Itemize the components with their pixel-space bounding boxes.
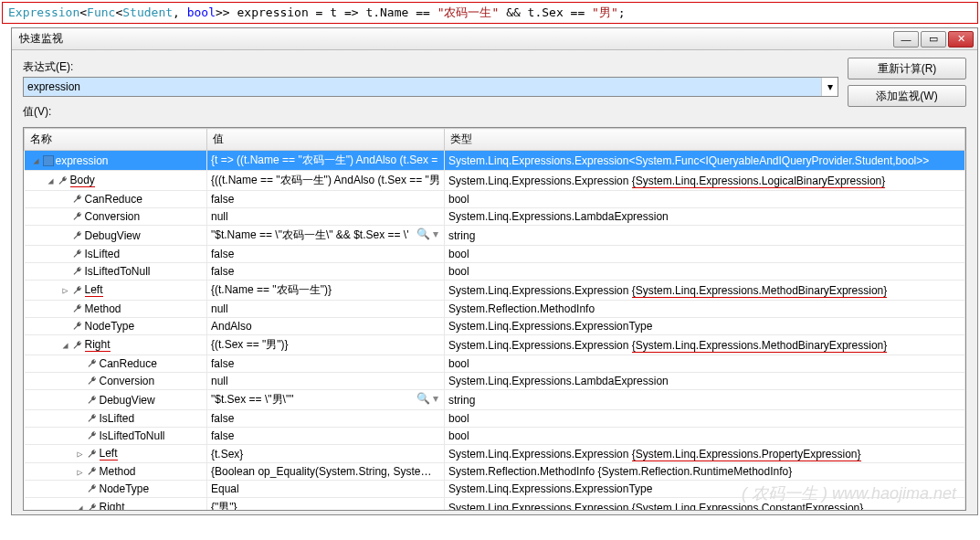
dropdown-icon[interactable]: ▾ [821,78,838,96]
close-button[interactable]: ✕ [948,31,974,48]
table-row[interactable]: NodeTypeEqualSystem.Linq.Expressions.Exp… [25,481,965,498]
col-name[interactable]: 名称 [25,129,207,151]
prop-name: DebugView [85,229,141,242]
prop-value: false [207,410,445,428]
table-row[interactable]: MethodnullSystem.Reflection.MethodInfo [25,301,965,318]
object-icon [43,155,54,166]
table-row[interactable]: ▷Left{(t.Name == "农码一生")}System.Linq.Exp… [25,281,965,301]
table-row[interactable]: CanReducefalsebool [25,191,965,208]
prop-name: Conversion [85,210,141,223]
prop-name: DebugView [100,394,155,407]
prop-name: Body [70,174,95,187]
table-row[interactable]: ◢Right{(t.Sex == "男")}System.Linq.Expres… [25,335,965,355]
prop-type: System.Linq.Expressions.ExpressionType [445,318,965,335]
prop-value: {t.Sex} [207,445,445,463]
table-row[interactable]: DebugView🔍 ▾"$t.Sex == \"男\""string [25,390,965,410]
prop-value: false [207,355,445,373]
prop-value: null [207,301,445,318]
visualizer-icon[interactable]: 🔍 ▾ [416,392,440,405]
prop-type: System.Linq.Expressions.Expression {Syst… [445,445,965,463]
expression-label: 表达式(E): [23,59,838,75]
prop-value: false [207,191,445,208]
expand-icon[interactable]: ▷ [76,467,85,477]
minimize-button[interactable]: — [893,31,919,48]
prop-type: System.Linq.Expressions.Expression {Syst… [445,335,965,355]
prop-type: string [445,226,965,246]
prop-value: {Boolean op_Equality(System.String, Syst… [207,463,445,481]
prop-type: System.Linq.Expressions.ExpressionType [445,481,965,498]
prop-type: bool [445,410,965,428]
expression-combo[interactable]: ▾ [23,77,838,97]
expand-icon[interactable]: ◢ [76,503,85,511]
prop-name: IsLiftedToNull [85,265,151,278]
prop-type: System.Linq.Expressions.Expression {Syst… [445,498,965,512]
prop-type: System.Reflection.MethodInfo {System.Ref… [445,463,965,481]
prop-value: {"男"} [207,498,445,512]
recalculate-button[interactable]: 重新计算(R) [848,58,966,79]
prop-value: 🔍 ▾"$t.Sex == \"男\"" [207,390,445,410]
expand-icon[interactable]: ▷ [61,285,70,295]
prop-value: {(t.Sex == "男")} [207,335,445,355]
prop-name: IsLifted [85,248,121,260]
maximize-button[interactable]: ▭ [921,31,946,48]
prop-type: bool [445,428,965,445]
table-row[interactable]: ◢expression{t => ((t.Name == "农码一生") And… [25,151,965,171]
table-row[interactable]: ▷Method{Boolean op_Equality(System.Strin… [25,463,965,481]
table-row[interactable]: ConversionnullSystem.Linq.Expressions.La… [25,208,965,226]
prop-name: Method [100,465,136,478]
prop-type: bool [445,191,965,208]
titlebar[interactable]: 快速监视 — ▭ ✕ [12,28,977,50]
expand-icon[interactable]: ▷ [76,449,85,459]
prop-value: false [207,428,445,445]
expand-icon[interactable]: ◢ [32,155,41,165]
expand-icon[interactable]: ◢ [47,175,56,185]
expression-input[interactable] [24,78,821,96]
prop-name: expression [56,154,109,167]
table-row[interactable]: IsLiftedfalsebool [25,410,965,428]
table-row[interactable]: ConversionnullSystem.Linq.Expressions.La… [25,373,965,390]
prop-type: System.Linq.Expressions.LambdaExpression [445,373,965,390]
prop-name: IsLifted [100,412,135,425]
prop-value: 🔍 ▾"$t.Name == \"农码一生\" && $t.Sex == \' [207,226,445,246]
prop-type: bool [445,263,965,281]
prop-type: System.Linq.Expressions.LambdaExpression [445,208,965,226]
prop-name: NodeType [100,482,150,495]
add-watch-button[interactable]: 添加监视(W) [848,85,966,107]
prop-value: {((t.Name == "农码一生") AndAlso (t.Sex == "… [207,171,445,191]
prop-type: System.Linq.Expressions.Expression<Syste… [445,151,965,171]
prop-name: NodeType [85,320,135,333]
prop-name: CanReduce [100,357,157,370]
table-row[interactable]: CanReducefalsebool [25,355,965,373]
table-row[interactable]: ▷Left{t.Sex}System.Linq.Expressions.Expr… [25,445,965,463]
prop-name: Conversion [100,375,155,387]
table-row[interactable]: IsLiftedfalsebool [25,246,965,263]
prop-name: Method [85,302,121,315]
prop-type: System.Reflection.MethodInfo [445,301,965,318]
prop-type: string [445,390,965,410]
prop-value: null [207,208,445,226]
watch-grid[interactable]: 名称 值 类型 ◢expression{t => ((t.Name == "农码… [23,127,966,511]
prop-value: AndAlso [207,318,445,335]
prop-value: {t => ((t.Name == "农码一生") AndAlso (t.Sex… [207,151,445,171]
table-row[interactable]: IsLiftedToNullfalsebool [25,263,965,281]
prop-name: IsLiftedToNull [100,429,165,442]
prop-value: false [207,246,445,263]
prop-name: Left [100,447,118,461]
prop-value: {(t.Name == "农码一生")} [207,281,445,301]
prop-value: Equal [207,481,445,498]
expand-icon[interactable]: ◢ [61,340,70,350]
prop-name: Right [100,501,125,511]
table-row[interactable]: IsLiftedToNullfalsebool [25,428,965,445]
table-row[interactable]: ◢Right{"男"}System.Linq.Expressions.Expre… [25,498,965,512]
prop-type: bool [445,355,965,373]
table-row[interactable]: DebugView🔍 ▾"$t.Name == \"农码一生\" && $t.S… [25,226,965,246]
prop-type: System.Linq.Expressions.Expression {Syst… [445,171,965,191]
prop-value: false [207,263,445,281]
prop-value: null [207,373,445,390]
col-type[interactable]: 类型 [445,129,965,151]
table-row[interactable]: ◢Body{((t.Name == "农码一生") AndAlso (t.Sex… [25,171,965,191]
table-row[interactable]: NodeTypeAndAlsoSystem.Linq.Expressions.E… [25,318,965,335]
visualizer-icon[interactable]: 🔍 ▾ [416,228,440,240]
col-value[interactable]: 值 [207,129,445,151]
quickwatch-window: 快速监视 — ▭ ✕ 表达式(E): ▾ 值(V): 重新计算(R) 添加监视(… [11,27,978,515]
